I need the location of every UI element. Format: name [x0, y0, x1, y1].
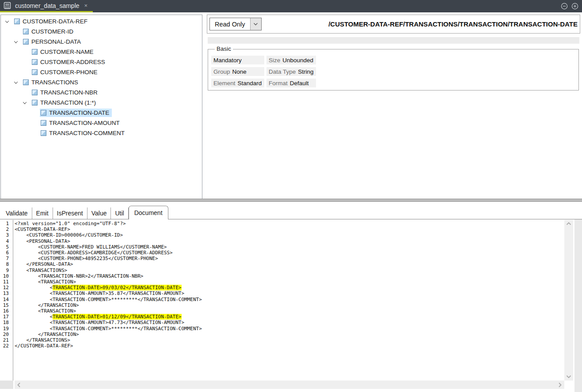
tab-emit[interactable]: Emit	[32, 207, 53, 219]
basic-properties-fields: MandatorySizeUnboundedGroupNoneData Type…	[208, 49, 578, 87]
element-icon	[41, 130, 46, 136]
tree-item-label: CUSTOMER-DATA-REF	[23, 18, 87, 25]
code-text: <TRANSACTION-NBR>2</TRANSACTION-NBR>	[15, 273, 143, 279]
code-line: 13 <TRANSACTION-AMOUNT>35.87</TRANSACTIO…	[0, 290, 564, 296]
tab-value[interactable]: Value	[87, 207, 111, 219]
code-line: 22</CUSTOMER-DATA-REF>	[0, 343, 564, 349]
scroll-left-icon[interactable]	[17, 382, 21, 388]
property-element: ElementStandard	[211, 79, 264, 87]
line-number: 6	[0, 250, 9, 256]
code-text: <PERSONAL-DATA>	[15, 238, 70, 244]
tree-item-customer-phone[interactable]: CUSTOMER-PHONE	[1, 67, 202, 77]
tree-item-customer-data-ref[interactable]: CUSTOMER-DATA-REF	[1, 16, 202, 26]
tree-item-transaction-1[interactable]: TRANSACTION (1:*)	[1, 98, 202, 108]
tree-item-content: CUSTOMER-ID	[22, 27, 76, 36]
code-line: 15 </TRANSACTION>	[0, 302, 564, 308]
line-number: 20	[0, 332, 9, 337]
chevron-slot	[22, 102, 31, 104]
element-icon	[32, 100, 38, 106]
chevron-down-icon[interactable]	[23, 100, 27, 104]
mode-select-value: Read Only	[210, 18, 250, 30]
property-value: String	[298, 68, 313, 75]
tree-item-label: TRANSACTIONS	[31, 79, 78, 86]
code-text: <CUSTOMER-NAME>FRED WILLIAMS</CUSTOMER-N…	[15, 244, 167, 250]
line-number: 18	[0, 320, 9, 325]
line-number: 21	[0, 337, 9, 343]
element-icon	[23, 29, 29, 34]
schema-tree[interactable]: CUSTOMER-DATA-REFCUSTOMER-IDPERSONAL-DAT…	[0, 15, 202, 200]
code-text: <TRANSACTION-DATE>09/03/02</TRANSACTION-…	[15, 285, 182, 290]
tree-item-content: CUSTOMER-PHONE	[31, 68, 100, 76]
element-icon	[41, 110, 46, 116]
mode-select-dropdown-button[interactable]	[250, 18, 261, 30]
xml-document-view[interactable]: 1<?xml version="1.0" encoding="UTF-8"?>2…	[0, 220, 564, 381]
tree-item-label: TRANSACTION (1:*)	[40, 99, 96, 106]
basic-group-title: Basic	[215, 45, 233, 52]
tree-item-customer-name[interactable]: CUSTOMER-NAME	[1, 47, 202, 57]
property-label: Element	[213, 80, 236, 87]
code-text: <CUSTOMER-ID>000006</CUSTOMER-ID>	[15, 232, 123, 238]
property-size: SizeUnbounded	[266, 56, 316, 64]
tree-item-transaction-amount[interactable]: TRANSACTION-AMOUNT	[1, 118, 202, 128]
mode-select[interactable]: Read Only	[209, 18, 262, 30]
scroll-down-icon[interactable]	[566, 375, 571, 378]
line-number: 13	[0, 290, 9, 296]
chevron-slot	[13, 81, 22, 84]
tree-item-label: CUSTOMER-ADDRESS	[40, 59, 105, 65]
property-value: None	[232, 68, 247, 75]
code-line: 21 </TRANSACTIONS>	[0, 337, 564, 343]
map-file-icon	[4, 2, 11, 9]
element-icon	[32, 59, 38, 65]
tree-item-label: TRANSACTION-COMMENT	[49, 130, 125, 136]
tree-item-customer-address[interactable]: CUSTOMER-ADDRESS	[1, 57, 202, 67]
code-text: </TRANSACTION>	[15, 302, 79, 308]
line-number: 14	[0, 297, 9, 302]
tree-item-transaction-comment[interactable]: TRANSACTION-COMMENT	[1, 128, 202, 138]
tree-item-customer-id[interactable]: CUSTOMER-ID	[1, 26, 202, 37]
line-number: 9	[0, 268, 9, 273]
maximize-pane-icon[interactable]	[571, 3, 578, 10]
properties-toolbar-strip	[208, 37, 579, 44]
scroll-up-icon[interactable]	[566, 222, 571, 226]
code-text: <TRANSACTION>	[15, 279, 76, 285]
code-text: <?xml version="1.0" encoding="UTF-8"?>	[15, 221, 126, 226]
code-line: 14 <TRANSACTION-COMMENT>*********</TRANS…	[0, 297, 564, 302]
bottom-tabstrip: ValidateEmitIsPresentValueUtilDocument	[0, 206, 582, 219]
code-text: <TRANSACTION-DATE>01/12/09</TRANSACTION-…	[15, 314, 182, 320]
code-text: </PERSONAL-DATA>	[15, 261, 73, 267]
chevron-slot	[4, 20, 13, 23]
code-line: 6 <CUSTOMER-ADDRESS>CAMBRIDGE</CUSTOMER-…	[0, 250, 564, 256]
tab-util[interactable]: Util	[111, 207, 128, 219]
code-line: 12 <TRANSACTION-DATE>09/03/02</TRANSACTI…	[0, 285, 564, 290]
horizontal-scrollbar[interactable]	[15, 381, 564, 389]
horizontal-splitter[interactable]	[0, 199, 582, 202]
tab-ispresent[interactable]: IsPresent	[53, 207, 87, 219]
tree-item-personal-data[interactable]: PERSONAL-DATA	[1, 37, 202, 47]
code-line: 18 <TRANSACTION-AMOUNT>47.73</TRANSACTIO…	[0, 320, 564, 325]
tree-item-label: CUSTOMER-NAME	[40, 49, 94, 55]
property-value: Standard	[238, 80, 262, 87]
tab-document[interactable]: Document	[129, 206, 168, 219]
property-label: Data Type	[269, 68, 296, 75]
chevron-down-icon[interactable]	[5, 19, 9, 23]
tree-item-content: PERSONAL-DATA	[22, 38, 84, 46]
editor-tab-title: customer_data_sample	[15, 2, 80, 9]
tab-validate[interactable]: Validate	[2, 207, 32, 219]
tree-item-transactions[interactable]: TRANSACTIONS	[1, 77, 202, 87]
tree-item-transaction-nbr[interactable]: TRANSACTION-NBR	[1, 87, 202, 98]
code-text: <CUSTOMER-DATA-REF>	[15, 226, 70, 232]
right-gutter-strip	[574, 219, 582, 392]
vertical-scrollbar[interactable]	[564, 220, 573, 381]
editor-tab-customer-data-sample[interactable]: customer_data_sample ×	[0, 0, 93, 12]
minimize-pane-icon[interactable]	[561, 3, 568, 10]
scroll-right-icon[interactable]	[558, 382, 562, 388]
close-tab-icon[interactable]: ×	[84, 3, 88, 8]
code-text: <CUSTOMER-PHONE>48952235</CUSTOMER-PHONE…	[15, 256, 158, 261]
tree-item-transaction-date[interactable]: TRANSACTION-DATE	[1, 108, 202, 118]
property-value: Default	[290, 80, 309, 87]
element-icon	[32, 69, 38, 75]
chevron-down-icon[interactable]	[14, 39, 18, 43]
code-line: 3 <CUSTOMER-ID>000006</CUSTOMER-ID>	[0, 232, 564, 238]
selected-element-path: /CUSTOMER-DATA-REF/TRANSACTIONS/TRANSACT…	[328, 20, 578, 28]
chevron-down-icon[interactable]	[14, 80, 18, 83]
